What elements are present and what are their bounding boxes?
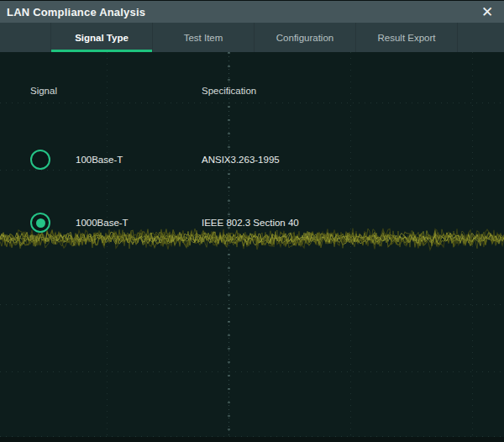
tab-label: Configuration	[276, 33, 333, 43]
dialog-title: LAN Compliance Analysis	[7, 6, 145, 18]
tab-test-item[interactable]: Test Item	[152, 23, 254, 52]
radio-button[interactable]	[30, 150, 50, 170]
graticule-hline	[0, 103, 504, 103]
close-icon[interactable]: ✕	[475, 1, 499, 24]
graticule-hline	[0, 170, 504, 171]
oscilloscope-display: LAN Compliance Analysis ✕ Signal Type Te…	[0, 0, 504, 442]
graticule-bottom-edge	[0, 437, 504, 442]
scope-screen: Signal Specification 100Base-T ANSIX3.26…	[0, 52, 504, 442]
tab-label: Test Item	[184, 33, 223, 43]
tab-bar: Signal Type Test Item Configuration Resu…	[0, 23, 504, 52]
graticule-hline	[0, 371, 504, 372]
tab-label: Result Export	[377, 33, 435, 43]
tab-label: Signal Type	[75, 33, 129, 43]
radio-dot	[36, 218, 45, 228]
tab-configuration[interactable]: Configuration	[254, 23, 355, 52]
specification-label: IEEE 802.3 Section 40	[202, 218, 299, 228]
tab-result-export[interactable]: Result Export	[355, 23, 458, 52]
radio-button[interactable]	[30, 213, 50, 233]
column-header-signal: Signal	[30, 86, 57, 96]
waveform-trace	[0, 225, 504, 252]
dialog-titlebar: LAN Compliance Analysis ✕	[0, 0, 504, 23]
signal-label-1000base-t[interactable]: 1000Base-T	[76, 218, 129, 228]
specification-label: ANSIX3.263-1995	[202, 155, 280, 165]
signal-label-100base-t[interactable]: 100Base-T	[76, 155, 123, 165]
column-header-specification: Specification	[202, 86, 256, 96]
tab-signal-type[interactable]: Signal Type	[50, 23, 152, 52]
graticule-hline	[0, 304, 504, 305]
